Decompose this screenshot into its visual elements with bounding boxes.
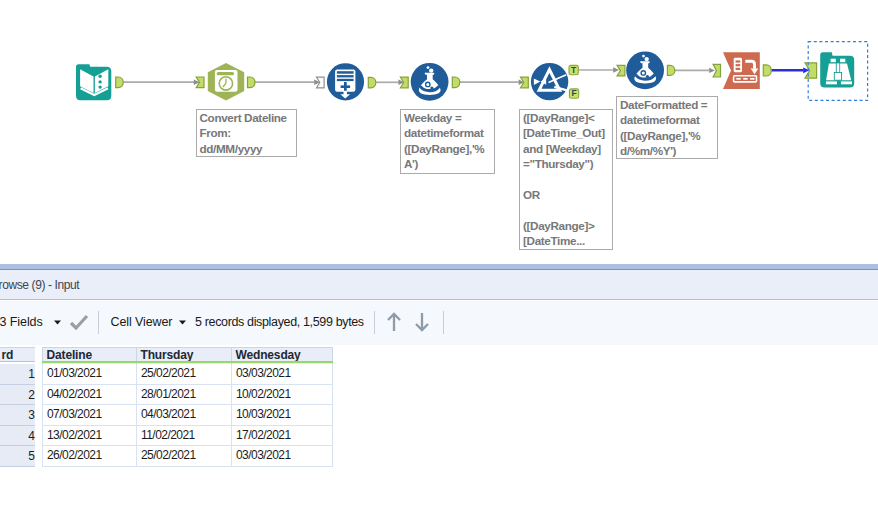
svg-text:F: F: [571, 88, 576, 98]
svg-text:T: T: [571, 65, 577, 75]
